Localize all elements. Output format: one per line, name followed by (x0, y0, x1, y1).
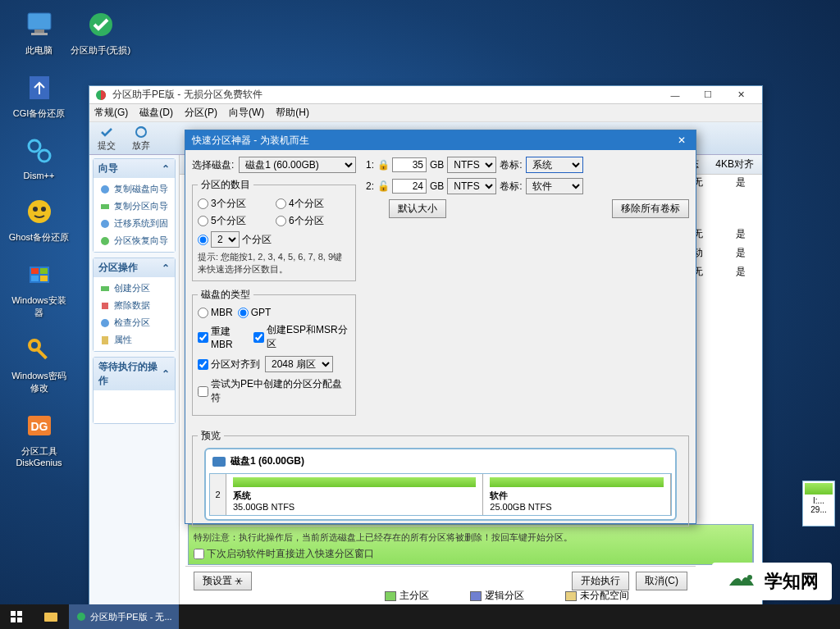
desktop-icon-ghost[interactable]: Ghost备份还原 (8, 195, 70, 244)
op-wipe[interactable]: 擦除数据 (96, 297, 172, 314)
radio-gpt[interactable]: GPT (238, 307, 272, 318)
svg-rect-32 (11, 611, 16, 616)
check-rebuild-mbr[interactable]: 重建MBR (198, 325, 249, 350)
panel-header[interactable]: 等待执行的操作⌃ (94, 358, 175, 390)
desktop-icon-cgi[interactable]: CGI备份还原 (8, 71, 70, 120)
svg-rect-23 (101, 204, 109, 209)
radio-4parts[interactable]: 4个分区 (276, 197, 350, 211)
close-button[interactable]: ✕ (724, 87, 757, 103)
count-select[interactable]: 2 (211, 231, 240, 248)
desktop-icon-wininstall[interactable]: Windows安装器 (8, 258, 70, 319)
desktop-label: Windows安装器 (8, 294, 70, 319)
radio-mbr[interactable]: MBR (198, 307, 233, 318)
vol-select[interactable]: 系统 (526, 157, 583, 173)
right-disk-indicator[interactable]: I:... 29... (802, 481, 835, 526)
op-check[interactable]: 检查分区 (96, 314, 172, 331)
svg-rect-36 (44, 613, 57, 622)
wizard-recover[interactable]: 分区恢复向导 (96, 232, 172, 249)
panel-header[interactable]: 向导⌃ (94, 159, 175, 178)
check-align[interactable]: 分区对齐到 (198, 358, 260, 371)
preview-part-2[interactable]: 软件 25.00GB NTFS (483, 474, 671, 515)
lock-icon[interactable]: 🔒 (377, 159, 389, 171)
tool-discard[interactable]: 放弃 (132, 125, 150, 152)
partition-count-section: 分区的数目 3个分区 4个分区 5个分区 6个分区 2 个分区 提示: 您能按1… (192, 178, 356, 281)
svg-text:DG: DG (30, 420, 48, 433)
op-create[interactable]: 创建分区 (96, 280, 172, 297)
radio-custom-parts[interactable]: 2 个分区 (198, 231, 272, 248)
tool-commit[interactable]: 提交 (98, 125, 116, 152)
preview-count: 2 (210, 474, 226, 515)
check-icon (99, 317, 111, 329)
lock-icon[interactable]: 🔓 (377, 180, 389, 192)
type-legend: 磁盘的类型 (198, 288, 253, 302)
wizard-migrate-os[interactable]: 迁移系统到固 (96, 215, 172, 232)
taskbar-app[interactable]: 分区助手PE版 - 无... (69, 604, 179, 629)
menu-disk[interactable]: 磁盘(D) (139, 106, 173, 120)
maximize-button[interactable]: ☐ (692, 87, 724, 103)
radio-3parts[interactable]: 3个分区 (198, 197, 272, 211)
remove-labels-button[interactable]: 移除所有卷标 (612, 199, 689, 218)
svg-rect-15 (35, 348, 47, 359)
check-try-pe[interactable]: 尝试为PE中创建的分区分配盘符 (198, 377, 350, 405)
svg-point-28 (101, 319, 109, 327)
svg-point-7 (33, 207, 38, 212)
preview-partitions: 2 系统 35.00GB NTFS 软件 25.00GB NTFS (209, 473, 672, 516)
start-button[interactable] (0, 604, 33, 629)
svg-rect-0 (28, 13, 51, 30)
part-num: 1: (363, 159, 374, 171)
desktop-icon-thispc[interactable]: 此电脑 (8, 8, 70, 57)
partition-icon (99, 201, 111, 212)
menu-wizard[interactable]: 向导(W) (229, 106, 264, 120)
start-button[interactable]: 开始执行 (572, 572, 629, 590)
taskbar-explorer[interactable] (36, 604, 66, 629)
check-create-esp[interactable]: 创建ESP和MSR分区 (253, 323, 350, 351)
preset-button[interactable]: 预设置 ⚹ (194, 572, 252, 590)
wizard-copy-disk[interactable]: 复制磁盘向导 (96, 180, 172, 198)
vol-label: 卷标: (500, 158, 522, 172)
desktop-label: 分区助手(无损) (70, 44, 131, 57)
menu-partition[interactable]: 分区(P) (185, 106, 217, 120)
menu-help[interactable]: 帮助(H) (276, 106, 309, 120)
desktop-icon-partassist[interactable]: 分区助手(无损) (70, 8, 131, 57)
wizard-copy-partition[interactable]: 复制分区向导 (96, 198, 172, 215)
svg-point-5 (39, 150, 50, 162)
count-legend: 分区的数目 (198, 178, 253, 192)
desktop-icon-dism[interactable]: Dism++ (8, 134, 70, 180)
quick-partition-dialog: 快速分区神器 - 为装机而生 ✕ 选择磁盘: 磁盘1 (60.00GB) 分区的… (185, 130, 696, 524)
radio-6parts[interactable]: 6个分区 (276, 214, 350, 228)
preview-part-1[interactable]: 系统 35.00GB NTFS (226, 474, 483, 515)
desktop-label: Windows密码修改 (8, 370, 70, 394)
vol-select[interactable]: 软件 (526, 178, 583, 194)
dialog-close-button[interactable]: ✕ (674, 133, 689, 148)
minimize-button[interactable]: — (659, 87, 692, 103)
desktop-icon-winpwd[interactable]: Windows密码修改 (8, 334, 70, 394)
fs-select[interactable]: NTFS (447, 178, 496, 194)
svg-rect-11 (40, 268, 48, 274)
svg-rect-34 (11, 618, 16, 622)
check-skip-next[interactable]: 下次启动软件时直接进入快速分区窗口 (194, 547, 687, 561)
fs-select[interactable]: NTFS (447, 157, 496, 173)
panel-pending: 等待执行的操作⌃ (93, 357, 176, 424)
radio-5parts[interactable]: 5个分区 (198, 214, 272, 228)
size-input[interactable] (392, 179, 427, 194)
size-input[interactable] (392, 157, 427, 172)
panel-header[interactable]: 分区操作⌃ (94, 258, 175, 277)
align-select[interactable]: 2048 扇区 (265, 356, 333, 372)
desktop-icon-diskgenius[interactable]: DG 分区工具DiskGenius (8, 409, 70, 467)
dialog-title-bar: 快速分区神器 - 为装机而生 ✕ (185, 130, 696, 150)
svg-rect-13 (40, 276, 48, 281)
part-num: 2: (363, 180, 374, 192)
menu-general[interactable]: 常规(G) (94, 106, 128, 120)
svg-point-25 (101, 237, 109, 245)
svg-point-8 (41, 207, 46, 212)
op-props[interactable]: 属性 (96, 331, 172, 349)
cancel-button[interactable]: 取消(C) (636, 572, 687, 590)
svg-point-31 (747, 575, 752, 580)
recover-icon (99, 235, 111, 247)
svg-rect-33 (17, 611, 22, 616)
migrate-icon (99, 218, 111, 230)
select-disk-dropdown[interactable]: 磁盘1 (60.00GB) (239, 157, 356, 173)
taskbar-app-label: 分区助手PE版 - 无... (90, 611, 172, 623)
preview-legend: 预览 (198, 429, 224, 443)
default-size-button[interactable]: 默认大小 (389, 199, 446, 218)
